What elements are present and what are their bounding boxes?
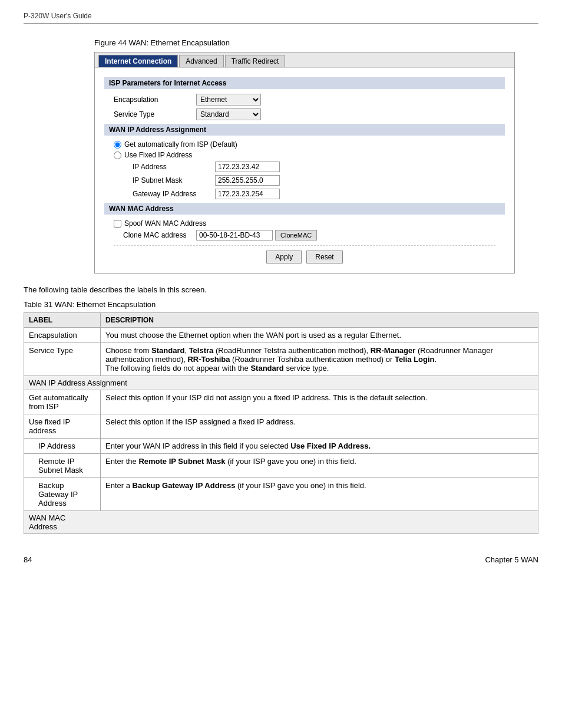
radio-fixed-ip-label: Use Fixed IP Address bbox=[124, 151, 192, 159]
row-label: Service Type bbox=[24, 343, 101, 376]
table-row: WAN IP Address Assignment bbox=[24, 376, 538, 390]
encapsulation-row: Encapsulation Ethernet bbox=[114, 94, 505, 106]
encapsulation-select[interactable]: Ethernet bbox=[196, 94, 261, 106]
row-description: Select this option If the ISP assigned a… bbox=[101, 414, 538, 439]
clone-mac-row: Clone MAC address CloneMAC bbox=[123, 230, 505, 241]
table-row: Service TypeChoose from Standard, Telstr… bbox=[24, 343, 538, 376]
radio-auto-isp-input[interactable] bbox=[114, 141, 121, 149]
clone-mac-label: Clone MAC address bbox=[123, 231, 196, 239]
table-caption-text: WAN: Ethernet Encapsulation bbox=[52, 300, 156, 309]
apply-button[interactable]: Apply bbox=[266, 251, 302, 263]
ip-address-label: IP Address bbox=[133, 163, 215, 171]
figure-caption: Figure 44 WAN: Ethernet Encapsulation bbox=[94, 38, 538, 47]
clone-mac-button[interactable]: CloneMAC bbox=[275, 230, 317, 241]
section-isp-parameters: ISP Parameters for Internet Access bbox=[104, 77, 505, 89]
section-row-label: WAN MAC Address bbox=[24, 511, 538, 534]
radio-auto-isp-label: Get automatically from ISP (Default) bbox=[124, 140, 237, 149]
figure-caption-text: WAN: Ethernet Encapsulation bbox=[127, 38, 230, 47]
service-type-select[interactable]: Standard bbox=[196, 108, 261, 120]
table-row: WAN MAC Address bbox=[24, 511, 538, 534]
row-label: Remote IP Subnet Mask bbox=[24, 454, 101, 478]
page-number: 84 bbox=[24, 555, 32, 564]
table-row: Get automatically from ISPSelect this op… bbox=[24, 390, 538, 414]
section-wan-ip: WAN IP Address Assignment bbox=[104, 124, 505, 136]
page-footer: 84 Chapter 5 WAN bbox=[24, 552, 538, 564]
subnet-mask-row: IP Subnet Mask bbox=[133, 175, 505, 186]
spoof-mac-checkbox[interactable] bbox=[114, 220, 121, 228]
table-row: EncapsulationYou must choose the Etherne… bbox=[24, 328, 538, 343]
ip-address-row: IP Address bbox=[133, 162, 505, 172]
col-header-label: LABEL bbox=[24, 313, 101, 328]
reset-button[interactable]: Reset bbox=[306, 251, 342, 263]
tab-bar: Internet Connection Advanced Traffic Red… bbox=[95, 52, 514, 68]
service-type-row: Service Type Standard bbox=[114, 108, 505, 120]
row-description: Select this option If your ISP did not a… bbox=[101, 390, 538, 414]
gateway-ip-row: Gateway IP Address bbox=[133, 189, 505, 199]
divider bbox=[114, 245, 495, 246]
spoof-mac-label: Spoof WAN MAC Address bbox=[124, 219, 206, 228]
ui-panel: Internet Connection Advanced Traffic Red… bbox=[94, 52, 515, 274]
row-label: Encapsulation bbox=[24, 328, 101, 343]
panel-body: ISP Parameters for Internet Access Encap… bbox=[95, 68, 514, 273]
service-type-label: Service Type bbox=[114, 110, 196, 118]
data-table: LABEL DESCRIPTION EncapsulationYou must … bbox=[24, 312, 538, 534]
gateway-ip-input[interactable] bbox=[215, 189, 280, 199]
subnet-mask-input[interactable] bbox=[215, 175, 280, 186]
tab-traffic-redirect[interactable]: Traffic Redirect bbox=[225, 55, 286, 67]
spoof-mac-row: Spoof WAN MAC Address bbox=[114, 219, 505, 228]
row-description: Enter the Remote IP Subnet Mask (if your… bbox=[101, 454, 538, 478]
gateway-ip-label: Gateway IP Address bbox=[133, 190, 215, 198]
table-row: Remote IP Subnet MaskEnter the Remote IP… bbox=[24, 454, 538, 478]
row-label: Backup Gateway IP Address bbox=[24, 478, 101, 511]
section-wan-mac: WAN MAC Address bbox=[104, 203, 505, 215]
subnet-mask-label: IP Subnet Mask bbox=[133, 176, 215, 185]
row-label: IP Address bbox=[24, 439, 101, 454]
ip-address-input[interactable] bbox=[215, 162, 280, 172]
tab-advanced[interactable]: Advanced bbox=[179, 55, 223, 67]
row-description: Choose from Standard, Telstra (RoadRunne… bbox=[101, 343, 538, 376]
page-header: P-320W User's Guide bbox=[24, 12, 538, 24]
encapsulation-label: Encapsulation bbox=[114, 95, 196, 104]
desc-text: The following table describes the labels… bbox=[24, 285, 538, 294]
chapter-label: Chapter 5 WAN bbox=[485, 555, 538, 564]
table-caption: Table 31 WAN: Ethernet Encapsulation bbox=[24, 300, 538, 309]
row-description: Enter a Backup Gateway IP Address (if yo… bbox=[101, 478, 538, 511]
row-description: You must choose the Ethernet option when… bbox=[101, 328, 538, 343]
table-row: Backup Gateway IP AddressEnter a Backup … bbox=[24, 478, 538, 511]
row-label: Get automatically from ISP bbox=[24, 390, 101, 414]
header-title: P-320W User's Guide bbox=[24, 12, 92, 20]
table-row: Use fixed IP addressSelect this option I… bbox=[24, 414, 538, 439]
section-row-label: WAN IP Address Assignment bbox=[24, 376, 538, 390]
clone-mac-input[interactable] bbox=[196, 230, 273, 241]
figure-caption-bold: Figure 44 bbox=[94, 38, 127, 47]
col-header-description: DESCRIPTION bbox=[101, 313, 538, 328]
radio-fixed-ip: Use Fixed IP Address bbox=[114, 151, 505, 159]
action-row: Apply Reset bbox=[104, 251, 505, 263]
row-description: Enter your WAN IP address in this field … bbox=[101, 439, 538, 454]
table-caption-bold: Table 31 bbox=[24, 300, 52, 309]
radio-auto-isp: Get automatically from ISP (Default) bbox=[114, 140, 505, 149]
table-row: IP AddressEnter your WAN IP address in t… bbox=[24, 439, 538, 454]
radio-fixed-ip-input[interactable] bbox=[114, 151, 121, 159]
row-label: Use fixed IP address bbox=[24, 414, 101, 439]
tab-internet-connection[interactable]: Internet Connection bbox=[98, 55, 178, 67]
